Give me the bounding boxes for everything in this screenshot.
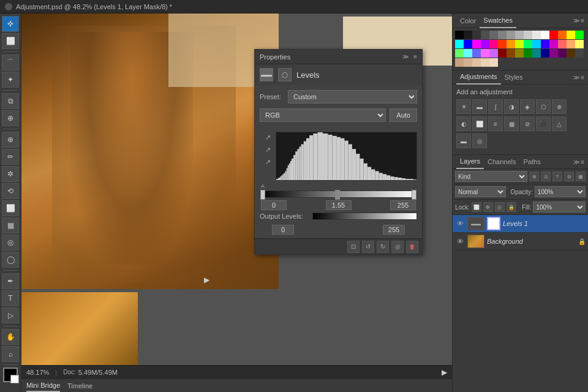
output-max-field[interactable]: 255: [383, 225, 405, 235]
adj-channelmixer[interactable]: ≡: [488, 116, 503, 131]
swatch-red[interactable]: [549, 31, 558, 39]
swatch-periwinkle[interactable]: [472, 49, 481, 58]
clip-to-layer-icon[interactable]: ⊡: [347, 241, 360, 253]
swatch-magenta[interactable]: [472, 40, 481, 48]
lock-art-icon[interactable]: ◎: [495, 202, 505, 212]
blend-mode-select[interactable]: Normal: [455, 186, 506, 197]
expand-swatches-icon[interactable]: ≫: [573, 17, 579, 24]
swatch-plum[interactable]: [549, 49, 558, 58]
fg-bg-colors[interactable]: [3, 368, 18, 382]
tool-move[interactable]: ✜: [2, 16, 19, 32]
swatch-7[interactable]: [515, 31, 524, 39]
adj-brightness[interactable]: ☀: [456, 99, 471, 114]
tab-swatches[interactable]: Swatches: [480, 13, 516, 28]
layer-eye-levels1[interactable]: 👁: [455, 219, 465, 228]
swatch-9[interactable]: [532, 31, 541, 39]
swatch-darkplum[interactable]: [558, 49, 567, 58]
swatch-8[interactable]: [524, 31, 532, 39]
swatch-lightcyan[interactable]: [464, 49, 472, 58]
auto-button[interactable]: Auto: [390, 108, 417, 122]
tool-pen[interactable]: ✒: [2, 273, 19, 289]
tab-channels[interactable]: Channels: [484, 154, 519, 169]
adj-invert[interactable]: ⊘: [520, 116, 535, 131]
layer-filter-toggle[interactable]: ▦: [576, 172, 586, 181]
tool-blur[interactable]: ◎: [2, 235, 19, 251]
layer-filter-icon1[interactable]: ⊕: [529, 172, 539, 181]
swatch-sky[interactable]: [532, 40, 541, 48]
swatch-orchid[interactable]: [481, 49, 489, 58]
midtone-slider-thumb[interactable]: [335, 190, 340, 200]
tool-lasso[interactable]: ⌒: [2, 55, 19, 70]
swatch-blue[interactable]: [464, 40, 472, 48]
adj-vibrance[interactable]: ◈: [520, 99, 535, 114]
swatch-maroon[interactable]: [498, 49, 507, 58]
layer-kind-select[interactable]: Kind: [455, 171, 527, 182]
layer-eye-background[interactable]: 👁: [455, 236, 465, 246]
swatch-peach[interactable]: [567, 40, 575, 48]
swatch-skin1[interactable]: [455, 58, 464, 67]
channel-select[interactable]: RGB: [260, 108, 386, 122]
swatch-pink[interactable]: [489, 40, 498, 48]
input-mid-field[interactable]: 1.55: [326, 200, 352, 210]
mini-bridge-tab[interactable]: Mini Bridge: [26, 379, 60, 392]
swatch-gold[interactable]: [507, 40, 515, 48]
menu-layers-icon[interactable]: ≡: [581, 159, 584, 165]
fill-select[interactable]: 100%: [533, 202, 586, 213]
close-btn[interactable]: [5, 3, 12, 10]
prop-menu-icon[interactable]: ≡: [413, 53, 417, 60]
swatch-lightgreen[interactable]: [455, 49, 464, 58]
levels-histogram-icon[interactable]: ▬▬: [260, 68, 273, 81]
swatch-scarlet[interactable]: [498, 40, 507, 48]
adj-colorlookup[interactable]: ▦: [504, 116, 519, 131]
swatch-lime[interactable]: [515, 40, 524, 48]
swatch-skin5[interactable]: [489, 58, 498, 67]
layer-levels1[interactable]: 👁 ▬▬ Levels 1: [453, 215, 588, 233]
swatch-yellow[interactable]: [567, 31, 575, 39]
eyedrop-midtone[interactable]: ↗: [262, 144, 273, 155]
tool-marquee[interactable]: ⬜: [2, 33, 19, 49]
expand-layers-icon[interactable]: ≫: [573, 159, 579, 165]
layer-filter-icon4[interactable]: ⊘: [564, 172, 574, 181]
swatch-brown[interactable]: [507, 49, 515, 58]
swatch-2[interactable]: [472, 31, 481, 39]
swatch-skin2[interactable]: [464, 58, 472, 67]
adj-bw[interactable]: ◐: [456, 116, 471, 131]
swatch-mint[interactable]: [524, 40, 532, 48]
tab-paths[interactable]: Paths: [520, 154, 545, 169]
lock-pixel-icon[interactable]: ⬜: [472, 202, 481, 212]
tool-zoom[interactable]: ⌕: [2, 346, 19, 362]
swatch-darkgreen[interactable]: [524, 49, 532, 58]
preset-select[interactable]: Custom: [288, 90, 417, 104]
layer-filter-icon2[interactable]: ◎: [541, 172, 551, 181]
output-min-field[interactable]: 0: [272, 225, 294, 235]
tab-layers[interactable]: Layers: [456, 154, 484, 169]
input-max-field[interactable]: 255: [390, 200, 416, 210]
swatch-darkbrown[interactable]: [567, 49, 575, 58]
adj-curves[interactable]: ∫: [488, 99, 503, 114]
opacity-select[interactable]: 100%: [535, 186, 586, 197]
tool-eyedropper[interactable]: ⊕: [2, 110, 19, 126]
adj-levels[interactable]: ▬: [472, 99, 487, 114]
doc-info-btn[interactable]: Doc: 5.49M/5.49M: [63, 369, 118, 376]
swatch-skin4[interactable]: [481, 58, 489, 67]
swatch-purple[interactable]: [549, 40, 558, 48]
tab-color[interactable]: Color: [456, 13, 480, 28]
eyedrop-shadow[interactable]: ↗: [262, 132, 273, 143]
swatch-lavender[interactable]: [489, 49, 498, 58]
visibility-icon[interactable]: ◎: [391, 241, 404, 253]
swatch-cyan[interactable]: [455, 40, 464, 48]
previous-state-icon[interactable]: ↺: [362, 241, 374, 253]
play-btn[interactable]: ▶: [442, 368, 447, 377]
input-gradient-slider[interactable]: [260, 190, 417, 198]
prop-expand-icon[interactable]: ≫: [402, 53, 409, 60]
expand-adj-icon[interactable]: ≫: [573, 74, 579, 81]
tool-dodge[interactable]: ◯: [2, 252, 19, 268]
tool-clone[interactable]: ✲: [2, 166, 19, 182]
swatch-orange[interactable]: [558, 31, 567, 39]
adj-hsl[interactable]: ⬡: [536, 99, 551, 114]
swatch-5[interactable]: [498, 31, 507, 39]
swatch-violet[interactable]: [481, 40, 489, 48]
swatch-navy[interactable]: [541, 49, 549, 58]
tool-type[interactable]: T: [2, 290, 19, 306]
tool-eraser[interactable]: ⬜: [2, 200, 19, 216]
